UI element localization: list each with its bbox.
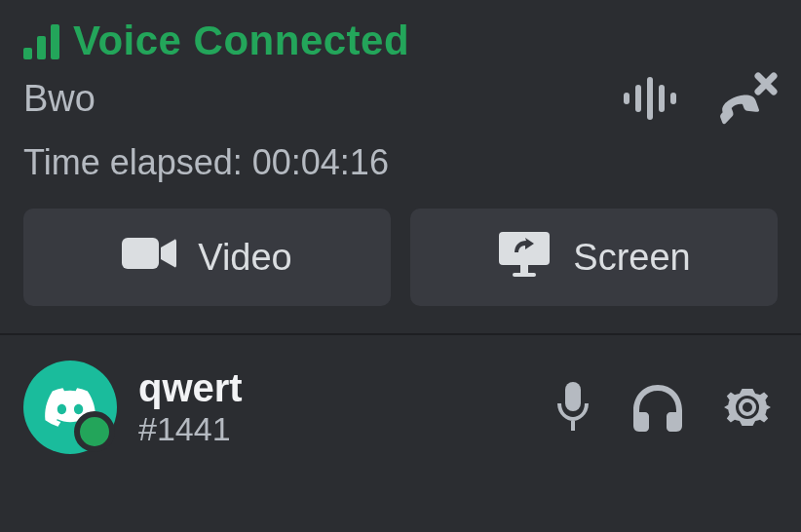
action-button-row: Video Screen (23, 209, 778, 306)
user-discriminator: #1441 (138, 410, 243, 448)
svg-rect-6 (499, 232, 550, 265)
deafen-headphones-icon[interactable] (631, 383, 684, 432)
mute-mic-icon[interactable] (553, 382, 592, 433)
svg-rect-3 (659, 85, 665, 112)
connection-status-row[interactable]: Voice Connected (23, 18, 778, 64)
user-text: qwert #1441 (138, 366, 243, 448)
screen-share-icon (497, 230, 552, 285)
screen-share-button[interactable]: Screen (410, 209, 778, 306)
user-panel: qwert #1441 (0, 335, 801, 454)
user-info[interactable]: qwert #1441 (23, 361, 243, 454)
svg-rect-9 (565, 382, 581, 411)
svg-rect-4 (670, 93, 676, 104)
screen-share-button-label: Screen (573, 237, 690, 279)
avatar (23, 361, 117, 454)
svg-rect-0 (624, 93, 629, 104)
video-button-label: Video (198, 237, 292, 279)
svg-rect-7 (520, 265, 528, 273)
svg-rect-10 (571, 421, 575, 431)
svg-rect-2 (647, 77, 653, 120)
signal-icon (23, 22, 59, 59)
video-button[interactable]: Video (23, 209, 391, 306)
disconnect-icon[interactable] (717, 72, 778, 125)
svg-rect-5 (122, 238, 159, 269)
online-status-dot (74, 411, 115, 452)
time-elapsed: Time elapsed: 00:04:16 (23, 142, 778, 183)
settings-gear-icon[interactable] (723, 383, 772, 432)
noise-suppression-icon[interactable] (624, 75, 682, 122)
username: qwert (138, 366, 243, 410)
channel-row: Bwo (23, 72, 778, 125)
channel-actions (624, 72, 778, 125)
connection-status-text: Voice Connected (73, 18, 409, 64)
camera-icon (122, 234, 176, 282)
svg-rect-1 (635, 85, 641, 112)
svg-rect-8 (513, 273, 536, 277)
channel-name[interactable]: Bwo (23, 78, 95, 120)
voice-panel: Voice Connected Bwo Time elapsed (0, 0, 801, 306)
user-actions (553, 382, 772, 433)
